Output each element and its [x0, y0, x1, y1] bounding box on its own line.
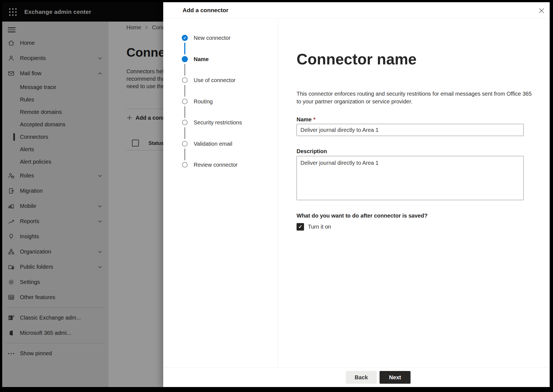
- panel-description: This connector enforces routing and secu…: [297, 90, 532, 105]
- panel-heading: Connector name: [297, 51, 417, 68]
- step-connector-line: [184, 148, 185, 160]
- wizard-footer: Back Next: [163, 367, 550, 387]
- step-connector-line: [184, 64, 185, 76]
- after-save-question: What do you want to do after connector i…: [297, 213, 427, 219]
- step-upcoming-icon: [182, 162, 188, 168]
- step-upcoming-icon: [182, 77, 188, 83]
- exchange-admin-app: Exchange admin center Home Recipients: [2, 2, 550, 387]
- step-connector-line: [184, 106, 185, 118]
- step-connector-line: [184, 43, 185, 54]
- wizard-content: Connector name This connector enforces r…: [278, 19, 550, 368]
- next-button[interactable]: Next: [380, 371, 411, 384]
- connector-name-input[interactable]: [297, 124, 524, 136]
- turn-it-on-option[interactable]: ✓ Turn it on: [297, 223, 331, 231]
- add-connector-wizard: Add a connector ✓ New connector Name: [163, 2, 550, 387]
- step-upcoming-icon: [182, 120, 188, 125]
- screen: Exchange admin center Home Recipients: [0, 0, 553, 392]
- turn-it-on-label: Turn it on: [308, 224, 331, 230]
- connector-description-textarea[interactable]: Deliver journal directly to Area 1: [297, 156, 524, 200]
- step-upcoming-icon: [182, 141, 188, 147]
- name-field-label: Name*: [297, 116, 315, 123]
- wizard-stepper: ✓ New connector Name Use of connector: [163, 19, 278, 368]
- checked-checkbox-icon[interactable]: ✓: [297, 223, 304, 231]
- step-current-icon: [182, 56, 188, 62]
- wizard-title: Add a connector: [183, 7, 229, 14]
- required-asterisk: *: [313, 116, 315, 122]
- back-button[interactable]: Back: [346, 371, 377, 384]
- step-connector-line: [184, 85, 185, 97]
- step-connector-line: [184, 127, 185, 139]
- description-field-label: Description: [297, 148, 327, 155]
- wizard-body: ✓ New connector Name Use of connector: [163, 19, 550, 368]
- step-completed-icon: ✓: [182, 35, 188, 41]
- step-upcoming-icon: [182, 99, 188, 104]
- close-icon[interactable]: [537, 6, 546, 15]
- wizard-header: Add a connector: [163, 2, 550, 19]
